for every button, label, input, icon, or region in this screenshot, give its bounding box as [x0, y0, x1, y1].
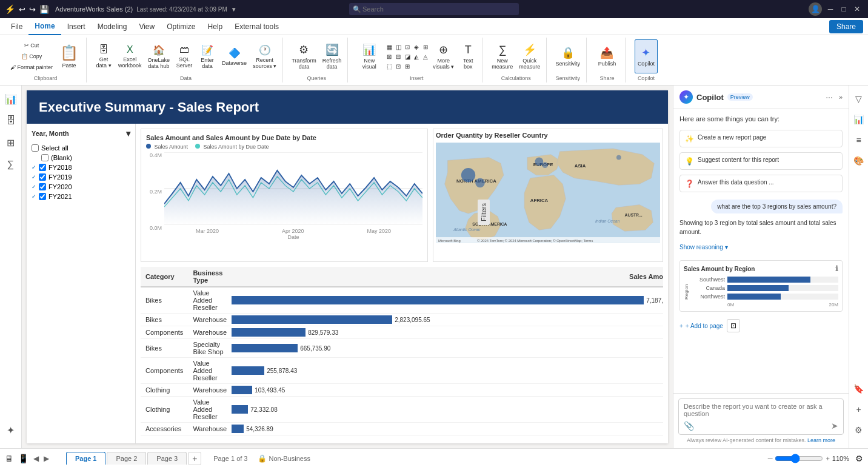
line-chart-container[interactable]: Sales Amount and Sales Amount by Due Dat…	[141, 129, 428, 262]
right-sidebar-filters[interactable]: ▽	[850, 90, 867, 107]
settings-cog-icon[interactable]: ⚙	[855, 454, 863, 463]
filter-checkbox-fy2021[interactable]	[39, 193, 46, 200]
status-view-mobile[interactable]: 📱	[18, 454, 28, 463]
col-business-type[interactable]: Business Type	[188, 267, 232, 287]
show-reasoning-button[interactable]: Show reasoning ▾	[679, 244, 843, 250]
tab-home[interactable]: Home	[28, 18, 61, 35]
refresh-button[interactable]: 🔄 Refreshdata	[320, 39, 344, 73]
sidebar-icon-dax[interactable]: ∑	[2, 156, 19, 173]
chart-type-9[interactable]: ◭	[412, 52, 421, 61]
filter-expand-fy2018[interactable]: ✓	[32, 164, 36, 170]
tab-help[interactable]: Help	[202, 18, 229, 35]
filters-tab[interactable]: Filters	[478, 200, 490, 225]
chart-type-4[interactable]: ◈	[412, 42, 421, 51]
filter-item-fy2020[interactable]: ✓ FY2020	[32, 182, 130, 192]
zoom-out-button[interactable]: ─	[768, 455, 773, 462]
user-avatar[interactable]: 👤	[809, 2, 822, 16]
filter-expand-fy2019[interactable]: ✓	[32, 174, 36, 180]
sidebar-icon-model[interactable]: ⊞	[2, 134, 19, 151]
zoom-in-button[interactable]: +	[826, 455, 829, 462]
filter-expand-fy2021[interactable]: ✓	[32, 193, 36, 200]
tab-view[interactable]: View	[133, 18, 161, 35]
filter-item-fy2021[interactable]: ✓ FY2021	[32, 192, 130, 201]
chart-type-11[interactable]: ⬚	[385, 62, 393, 70]
transform-data-button[interactable]: ⚙ Transformdata	[289, 39, 319, 73]
get-data-button[interactable]: 🗄 Getdata ▾	[93, 39, 115, 73]
zoom-slider[interactable]	[775, 454, 823, 463]
page-tab-2[interactable]: Page 2	[107, 452, 146, 465]
filter-checkbox-fy2018[interactable]	[39, 164, 46, 171]
chart-type-13[interactable]: ⊞	[403, 62, 412, 70]
publish-button[interactable]: 📤 Publish	[596, 39, 619, 73]
copilot-menu-button[interactable]: ···	[826, 92, 833, 102]
filter-item-select-all[interactable]: Select all	[32, 143, 130, 153]
copilot-input-area[interactable]: 📎 ➤	[678, 398, 844, 435]
tab-optimize[interactable]: Optimize	[161, 18, 201, 35]
tab-file[interactable]: File	[5, 18, 28, 35]
suggestion-suggest-content[interactable]: 💡 Suggest content for this report	[679, 152, 843, 170]
copilot-ribbon-button[interactable]: ✦ Copilot	[635, 39, 658, 73]
quick-measure-button[interactable]: ⚡ Quickmeasure	[516, 39, 542, 73]
tab-modeling[interactable]: Modeling	[92, 18, 133, 35]
copilot-expand-button[interactable]: »	[839, 93, 843, 101]
tab-external-tools[interactable]: External tools	[229, 18, 285, 35]
page-nav-next[interactable]: ▶	[44, 454, 49, 463]
chart-type-6[interactable]: ⊠	[385, 52, 393, 61]
new-visual-button[interactable]: 📊 Newvisual	[354, 39, 384, 73]
info-icon[interactable]: ℹ	[835, 264, 838, 273]
excel-button[interactable]: X Excelworkbook	[116, 39, 144, 73]
save-icon[interactable]: 💾	[39, 5, 49, 14]
filter-checkbox-blank[interactable]	[41, 154, 48, 161]
filter-expand-fy2020[interactable]: ✓	[32, 184, 36, 190]
chart-type-10[interactable]: ◬	[421, 52, 430, 61]
export-button[interactable]: ⊡	[727, 319, 740, 332]
redo-icon[interactable]: ↪	[29, 5, 36, 14]
add-page-button[interactable]: +	[188, 452, 201, 465]
copilot-input[interactable]	[684, 403, 838, 417]
page-tab-1[interactable]: Page 1	[66, 452, 105, 465]
filter-collapse-icon[interactable]: ▾	[126, 129, 130, 138]
chart-type-5[interactable]: ⊞	[421, 42, 430, 51]
right-sidebar-add[interactable]: +	[850, 401, 867, 418]
dataverse-button[interactable]: 🔷 Dataverse	[219, 39, 249, 73]
text-box-button[interactable]: T Textbox	[457, 39, 479, 73]
paste-button[interactable]: 📋 Paste	[56, 39, 82, 73]
recent-sources-button[interactable]: 🕐 Recentsources ▾	[250, 39, 279, 73]
more-visuals-button[interactable]: ⊕ Morevisuals ▾	[430, 39, 456, 73]
suggestion-answer-question[interactable]: ❓ Answer this data question ...	[679, 175, 843, 192]
minimize-button[interactable]: ─	[824, 3, 836, 15]
filter-checkbox-select-all[interactable]	[32, 144, 39, 152]
dropdown-icon[interactable]: ▼	[231, 6, 237, 13]
attach-icon[interactable]: 📎	[684, 421, 694, 431]
chart-type-7[interactable]: ⊟	[394, 52, 402, 61]
right-sidebar-visualizations[interactable]: 📊	[850, 111, 867, 128]
filter-item-blank[interactable]: (Blank)	[32, 153, 130, 163]
add-to-page-button[interactable]: + + Add to page	[679, 320, 723, 332]
tab-insert[interactable]: Insert	[61, 18, 92, 35]
status-view-desktop[interactable]: 🖥	[5, 454, 13, 463]
map-container[interactable]: Order Quantity by Reseller Country	[433, 129, 663, 262]
share-button[interactable]: Share	[829, 20, 863, 33]
sidebar-icon-copilot[interactable]: ✦	[2, 422, 19, 438]
chart-type-2[interactable]: ◫	[394, 42, 402, 51]
new-measure-button[interactable]: ∑ Newmeasure	[489, 39, 515, 73]
right-sidebar-settings[interactable]: ⚙	[850, 422, 867, 438]
filter-item-fy2019[interactable]: ✓ FY2019	[32, 172, 130, 182]
send-icon[interactable]: ➤	[831, 421, 838, 431]
onelake-button[interactable]: 🏠 OneLakedata hub	[145, 39, 173, 73]
cut-button[interactable]: ✂ Cut	[8, 41, 55, 50]
chart-type-12[interactable]: ⊡	[394, 62, 402, 70]
format-painter-button[interactable]: 🖌 Format painter	[8, 62, 55, 72]
right-sidebar-format[interactable]: 🎨	[850, 152, 867, 169]
chart-type-8[interactable]: ◪	[403, 52, 412, 61]
sql-button[interactable]: 🗃 SQLServer	[173, 39, 195, 73]
undo-icon[interactable]: ↩	[19, 5, 25, 14]
enter-data-button[interactable]: 📝 Enterdata	[196, 39, 218, 73]
page-tab-3[interactable]: Page 3	[147, 452, 187, 465]
sidebar-icon-report[interactable]: 📊	[2, 90, 19, 107]
filter-item-fy2018[interactable]: ✓ FY2018	[32, 163, 130, 172]
sidebar-icon-data[interactable]: 🗄	[2, 112, 19, 129]
page-nav-prev[interactable]: ◀	[33, 454, 39, 463]
filter-checkbox-fy2019[interactable]	[39, 173, 46, 181]
col-category[interactable]: Category	[141, 267, 188, 287]
